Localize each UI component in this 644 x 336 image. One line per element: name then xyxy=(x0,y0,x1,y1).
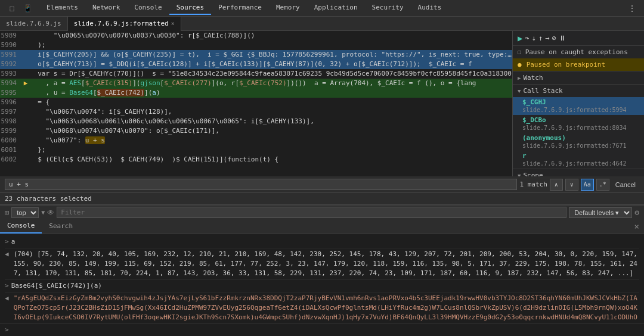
inspect-icon[interactable]: ⬚ xyxy=(5,1,19,15)
level-select[interactable]: Default levels ▾ xyxy=(569,207,632,218)
next-match-button[interactable]: ∨ xyxy=(565,179,578,191)
tab-elements[interactable]: Elements xyxy=(39,1,85,15)
search-match-count: 1 match xyxy=(519,181,547,188)
watch-section: ▶ Watch xyxy=(513,71,644,85)
console-input-value: a xyxy=(11,237,16,247)
bottom-tabs: Console Search × xyxy=(0,219,644,234)
scope-section: ▼ Scope ▼ Local ▶ $_CAEGG: [f] ▶ $_CAEHY… xyxy=(513,169,644,176)
settings-icon-bottom[interactable]: ⊞ xyxy=(5,209,9,217)
status-bar: 23 characters selected xyxy=(0,193,644,205)
tab-sources[interactable]: Sources xyxy=(169,1,211,15)
tab-performance[interactable]: Performance xyxy=(211,1,269,15)
code-line-6002: 6002 $ (CEl(c$ CAEH(53)) $ CAEH(749) )$ … xyxy=(0,155,512,164)
callstack-item-0[interactable]: $_CGHJ slide.7.6.9.js:formatted:5994 xyxy=(513,97,644,115)
callstack-item-2[interactable]: (anonymous) slide.7.6.9.js:formatted:767… xyxy=(513,133,644,151)
paused-label: Paused on breakpoint xyxy=(527,61,605,69)
callstack-name-0: $_CGHJ xyxy=(522,98,546,106)
checkbox-icon: ☐ xyxy=(518,48,522,56)
console-prompt-2-symbol: > xyxy=(5,281,9,291)
pause-on-exceptions-icon[interactable]: ⏸ xyxy=(559,34,566,42)
code-line-5996: 5996 = { xyxy=(0,98,512,107)
console-string-value: "rA5gEUQdZsxEizGyZmBm2vyhS0chvgwih4zJsjY… xyxy=(14,294,639,323)
scope-label: Scope xyxy=(523,172,543,176)
code-line-5989: 5989 "\u0065\u0070\u0070\u0037\u0030": r… xyxy=(0,31,512,41)
context-select[interactable]: top xyxy=(11,207,39,218)
console-content: > a ◀ (704) [75, 74, 132, 20, 40, 105, 1… xyxy=(0,234,644,323)
bottom-panel: ⊞ top ▼ 👁 Default levels ▾ ⚙ Console Sea… xyxy=(0,205,644,336)
callstack-loc-1: slide.7.6.9.js:formatted:8034 xyxy=(522,125,627,131)
code-line-6000: 6000 "\u0077": u + s xyxy=(0,136,512,145)
watch-label: Watch xyxy=(523,74,543,82)
paused-on-breakpoint-badge: ● Paused on breakpoint xyxy=(513,58,644,71)
console-input[interactable] xyxy=(11,326,639,334)
watch-header[interactable]: ▶ Watch xyxy=(513,71,644,84)
eye-icon[interactable]: 👁 xyxy=(47,209,54,217)
callstack-name-1: $_DCBo xyxy=(522,116,546,124)
case-sensitive-button[interactable]: Aa xyxy=(581,179,594,191)
callstack-label: Call Stack xyxy=(523,87,562,95)
callstack-item-1[interactable]: $_DCBo slide.7.6.9.js:formatted:8034 xyxy=(513,115,644,133)
cancel-search-button[interactable]: Cancel xyxy=(612,180,639,189)
close-bottom-panel-icon[interactable]: × xyxy=(630,222,644,231)
context-dropdown-icon[interactable]: ▼ xyxy=(41,209,45,216)
bottom-input-row: > xyxy=(0,323,644,336)
scope-chevron-icon: ▼ xyxy=(518,173,521,177)
debugger-controls: ▶ ↷ ↓ ↑ → ⊘ ⏸ xyxy=(513,31,644,46)
bottom-toolbar: ⊞ top ▼ 👁 Default levels ▾ ⚙ xyxy=(0,205,644,219)
tab-network[interactable]: Network xyxy=(85,1,127,15)
file-tab-original[interactable]: slide.7.6.9.js xyxy=(0,17,68,31)
close-tab-icon[interactable]: × xyxy=(171,20,175,27)
gear-icon-bottom[interactable]: ⚙ xyxy=(634,208,639,217)
search-input[interactable] xyxy=(5,179,517,190)
tab-security[interactable]: Security xyxy=(365,1,411,15)
main-area: 5989 "\u0065\u0070\u0070\u0037\u0030": r… xyxy=(0,31,644,176)
console-prompt-2-text: Base64[$_CAEIc(742)](a) xyxy=(11,281,102,291)
pause-on-caught-exceptions[interactable]: ☐ Pause on caught exceptions xyxy=(513,46,644,58)
callstack-loc-2: slide.7.6.9.js:formatted:7671 xyxy=(522,142,627,149)
console-prompt: > xyxy=(5,237,9,247)
top-nav-tabs: Elements Network Console Sources Perform… xyxy=(39,1,448,15)
tab-audits[interactable]: Audits xyxy=(411,1,449,15)
prev-match-button[interactable]: ∧ xyxy=(550,179,563,191)
settings-icon[interactable]: ⋮ xyxy=(625,1,639,15)
selection-status: 23 characters selected xyxy=(5,195,92,203)
tab-console-bottom[interactable]: Console xyxy=(0,219,42,234)
tab-console[interactable]: Console xyxy=(127,1,169,15)
code-line-5998: 5998 "\u0063\u0068\u0061\u006c\u006c\u00… xyxy=(0,117,512,126)
console-array-result: ◀ (704) [75, 74, 132, 20, 40, 105, 169, … xyxy=(5,248,639,280)
code-line-5994: 5994 ▶ , a = AES[$_CAEIc(315)](gjson[$_C… xyxy=(0,79,512,88)
callstack-loc-0: slide.7.6.9.js:formatted:5994 xyxy=(522,107,627,113)
regex-button[interactable]: .* xyxy=(596,179,609,191)
callstack-header[interactable]: ▼ Call Stack xyxy=(513,85,644,97)
filter-input[interactable] xyxy=(57,207,566,218)
device-icon[interactable]: 📱 xyxy=(20,1,35,15)
callstack-name-2: (anonymous) xyxy=(522,134,566,142)
code-line-5990: 5990 ); xyxy=(0,41,512,50)
deactivate-breakpoints-icon[interactable]: ⊘ xyxy=(552,34,556,42)
console-prompt-2: > Base64[$_CAEIc(742)](a) xyxy=(5,280,639,293)
code-line-5992: 5992 o[$_CAEHY(713)] = $_DDQ(i[$_CAEIc(1… xyxy=(0,60,512,69)
file-tab-formatted[interactable]: slide.7.6.9.js:formatted × xyxy=(68,17,181,31)
code-lines: 5989 "\u0065\u0070\u0070\u0037\u0030": r… xyxy=(0,31,512,164)
code-line-5991: 5991 i[$_CAEHY(205)] && (o[$_CAEHY(235)]… xyxy=(0,50,512,60)
tab-search-bottom[interactable]: Search xyxy=(42,219,80,234)
step-over-icon[interactable]: ↷ xyxy=(525,34,529,42)
search-bar: 1 match ∧ ∨ Aa .* Cancel xyxy=(0,176,644,193)
bottom-prompt-icon: > xyxy=(5,326,9,334)
scope-header[interactable]: ▼ Scope xyxy=(513,169,644,176)
watch-chevron-icon: ▶ xyxy=(518,75,521,81)
tab-memory[interactable]: Memory xyxy=(269,1,307,15)
step-into-icon[interactable]: ↓ xyxy=(532,34,536,42)
code-line-5997: 5997 "\u0067\u0074": i[$_CAEHY(128)], xyxy=(0,107,512,117)
tab-application[interactable]: Application xyxy=(307,1,365,15)
code-line-5999: 5999 "\u0068\u0074\u0074\u0070": o[$_CAE… xyxy=(0,126,512,136)
callstack-item-3[interactable]: r slide.7.6.9.js:formatted:4642 xyxy=(513,151,644,169)
file-tab-formatted-label: slide.7.6.9.js:formatted xyxy=(74,20,169,27)
code-panel[interactable]: 5989 "\u0065\u0070\u0070\u0037\u0030": r… xyxy=(0,31,513,176)
step-icon[interactable]: → xyxy=(545,34,549,42)
right-panel: ▶ ↷ ↓ ↑ → ⊘ ⏸ ☐ Pause on caught exceptio… xyxy=(513,31,644,176)
step-out-icon[interactable]: ↑ xyxy=(538,34,543,42)
callstack-name-3: r xyxy=(522,152,527,160)
file-tabs: slide.7.6.9.js slide.7.6.9.js:formatted … xyxy=(0,17,644,31)
resume-icon[interactable]: ▶ xyxy=(518,33,522,43)
